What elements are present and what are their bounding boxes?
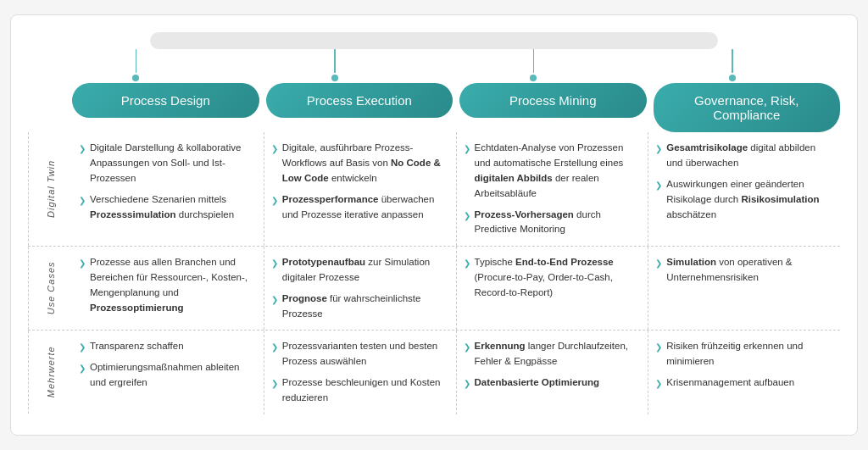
- bullet-text: Krisenmanagement aufbauen: [666, 375, 794, 391]
- chevron-icon: ❯: [271, 257, 278, 270]
- bullet-text: Digitale Darstellung & kollaborative Anp…: [90, 141, 255, 186]
- connector-line-2: [334, 49, 336, 73]
- sections-wrapper: Digital Twin❯Digitale Darstellung & koll…: [28, 132, 840, 414]
- cell-0-2: ❯Echtdaten-Analyse von Prozessen und aut…: [457, 132, 649, 246]
- bullet-2-3-1: ❯Krisenmanagement aufbauen: [655, 375, 832, 391]
- bullet-1-2-0: ❯Typische End-to-End Prozesse (Procure-t…: [464, 255, 640, 300]
- bullet-1-0-0: ❯Prozesse aus allen Branchen und Bereich…: [79, 255, 255, 315]
- connector-dot-4: [729, 75, 736, 81]
- col-header-mining: Process Mining: [459, 83, 647, 118]
- bullet-text: Erkennung langer Durchlaufzeiten, Fehler…: [475, 339, 640, 369]
- section-cols-0: ❯Digitale Darstellung & kollaborative An…: [72, 132, 840, 246]
- section-row-0: Digital Twin❯Digitale Darstellung & koll…: [28, 132, 840, 247]
- connector-line-1: [136, 49, 137, 73]
- bullet-1-1-1: ❯Prognose für wahrscheinlichste Prozesse: [271, 292, 448, 322]
- chevron-icon: ❯: [79, 362, 86, 375]
- section-cols-2: ❯Transparenz schaffen❯Optimierungsmaßnah…: [72, 331, 840, 414]
- bullet-text: Auswirkungen einer geänderten Risikolage…: [666, 177, 832, 222]
- bullet-text: Gesamtrisikolage digital abbilden und üb…: [666, 141, 832, 171]
- chevron-icon: ❯: [79, 194, 86, 208]
- chevron-icon: ❯: [79, 257, 86, 270]
- chevron-icon: ❯: [271, 341, 278, 354]
- connector-dot-1: [132, 75, 139, 81]
- header-cell-governance: Governance, Risk, Compliance: [654, 83, 841, 132]
- bullet-2-2-1: ❯Datenbasierte Optimierung: [464, 375, 640, 391]
- bullet-2-1-0: ❯Prozessvarianten testen und besten Proz…: [271, 339, 448, 369]
- cell-2-1: ❯Prozessvarianten testen und besten Proz…: [264, 331, 457, 414]
- bullet-text: Optimierungsmaßnahmen ableiten und ergre…: [90, 360, 255, 391]
- bullet-text: Transparenz schaffen: [90, 339, 184, 354]
- bullet-text: Simulation von operativen & Unternehmens…: [666, 255, 832, 286]
- bullet-2-0-1: ❯Optimierungsmaßnahmen ableiten und ergr…: [79, 360, 255, 391]
- section-row-1: Use Cases❯Prozesse aus allen Branchen un…: [28, 247, 840, 331]
- connector-line-3: [533, 49, 535, 73]
- bullet-0-1-0: ❯Digitale, ausführbare Prozess-Workflows…: [271, 141, 448, 186]
- connector-1: [36, 49, 236, 83]
- main-title: [150, 32, 719, 49]
- chevron-icon: ❯: [271, 293, 278, 307]
- cell-2-2: ❯Erkennung langer Durchlaufzeiten, Fehle…: [457, 331, 649, 414]
- bullet-text: Datenbasierte Optimierung: [475, 375, 600, 391]
- section-cols-1: ❯Prozesse aus allen Branchen und Bereich…: [72, 247, 840, 330]
- bullet-text: Prozesse aus allen Branchen und Bereiche…: [90, 255, 255, 315]
- cell-1-2: ❯Typische End-to-End Prozesse (Procure-t…: [457, 247, 649, 330]
- bullet-2-3-0: ❯Risiken frühzeitig erkennen und minimie…: [655, 339, 832, 369]
- bullet-text: Typische End-to-End Prozesse (Procure-to…: [475, 255, 640, 300]
- chevron-icon: ❯: [655, 142, 662, 156]
- bullet-0-1-1: ❯Prozessperformance überwachen und Proze…: [271, 192, 448, 223]
- bullet-text: Prototypenaufbau zur Simulation digitale…: [282, 255, 448, 286]
- cell-0-3: ❯Gesamtrisikolage digital abbilden und ü…: [648, 132, 840, 246]
- cell-0-0: ❯Digitale Darstellung & kollaborative An…: [72, 132, 264, 246]
- bullet-0-2-0: ❯Echtdaten-Analyse von Prozessen und aut…: [464, 141, 640, 201]
- header-cell-mining: Process Mining: [459, 83, 647, 132]
- bullet-text: Verschiedene Szenarien mittels Prozesssi…: [90, 192, 255, 223]
- connector-4: [633, 49, 832, 83]
- bullet-text: Prozess-Vorhersagen durch Predictive Mon…: [475, 208, 640, 238]
- bullet-2-2-0: ❯Erkennung langer Durchlaufzeiten, Fehle…: [464, 339, 640, 369]
- bullet-text: Risiken frühzeitig erkennen und minimier…: [666, 339, 832, 369]
- bullet-text: Prognose für wahrscheinlichste Prozesse: [282, 292, 448, 322]
- chevron-icon: ❯: [655, 341, 662, 354]
- connector-dot-3: [530, 75, 537, 81]
- cell-2-0: ❯Transparenz schaffen❯Optimierungsmaßnah…: [72, 331, 264, 414]
- bullet-text: Echtdaten-Analyse von Prozessen und auto…: [475, 141, 640, 201]
- bullet-1-3-0: ❯Simulation von operativen & Unternehmen…: [655, 255, 832, 286]
- cell-1-0: ❯Prozesse aus allen Branchen und Bereich…: [72, 247, 264, 330]
- chevron-icon: ❯: [464, 142, 470, 156]
- chevron-icon: ❯: [655, 179, 662, 192]
- chevron-icon: ❯: [464, 209, 470, 223]
- bullet-0-0-1: ❯Verschiedene Szenarien mittels Prozesss…: [79, 192, 255, 223]
- bullet-text: Prozesse beschleunigen und Kosten reduzi…: [282, 375, 448, 406]
- main-container: Process Design Process Execution Process…: [10, 14, 858, 435]
- col-header-execution: Process Execution: [266, 83, 453, 118]
- bullet-0-2-1: ❯Prozess-Vorhersagen durch Predictive Mo…: [464, 208, 640, 238]
- section-label-0: Digital Twin: [28, 132, 72, 246]
- section-label-2: Mehrwerte: [28, 331, 72, 414]
- bullet-text: Prozessvarianten testen und besten Proze…: [282, 339, 448, 369]
- section-row-2: Mehrwerte❯Transparenz schaffen❯Optimieru…: [28, 331, 840, 414]
- cell-1-1: ❯Prototypenaufbau zur Simulation digital…: [264, 247, 457, 330]
- bullet-2-1-1: ❯Prozesse beschleunigen und Kosten reduz…: [271, 375, 448, 406]
- bullet-text: Prozessperformance überwachen und Prozes…: [282, 192, 448, 223]
- cell-0-1: ❯Digitale, ausführbare Prozess-Workflows…: [264, 132, 457, 246]
- section-label-1: Use Cases: [28, 247, 72, 330]
- header-cell-design: Process Design: [72, 83, 259, 132]
- connector-dot-2: [331, 75, 338, 81]
- chevron-icon: ❯: [79, 142, 86, 156]
- connector-3: [434, 49, 633, 83]
- cell-2-3: ❯Risiken frühzeitig erkennen und minimie…: [648, 331, 840, 414]
- column-headers: Process Design Process Execution Process…: [72, 83, 840, 132]
- chevron-icon: ❯: [464, 341, 470, 354]
- bullet-1-1-0: ❯Prototypenaufbau zur Simulation digital…: [271, 255, 448, 286]
- bullet-2-0-0: ❯Transparenz schaffen: [79, 339, 255, 354]
- connector-row: [28, 49, 840, 83]
- bullet-text: Digitale, ausführbare Prozess-Workflows …: [282, 141, 448, 186]
- bullet-0-3-0: ❯Gesamtrisikolage digital abbilden und ü…: [655, 141, 832, 171]
- chevron-icon: ❯: [655, 257, 662, 270]
- chevron-icon: ❯: [655, 377, 662, 391]
- chevron-icon: ❯: [271, 142, 278, 156]
- connector-2: [236, 49, 435, 83]
- chevron-icon: ❯: [464, 257, 470, 270]
- bullet-0-0-0: ❯Digitale Darstellung & kollaborative An…: [79, 141, 255, 186]
- chevron-icon: ❯: [271, 377, 278, 391]
